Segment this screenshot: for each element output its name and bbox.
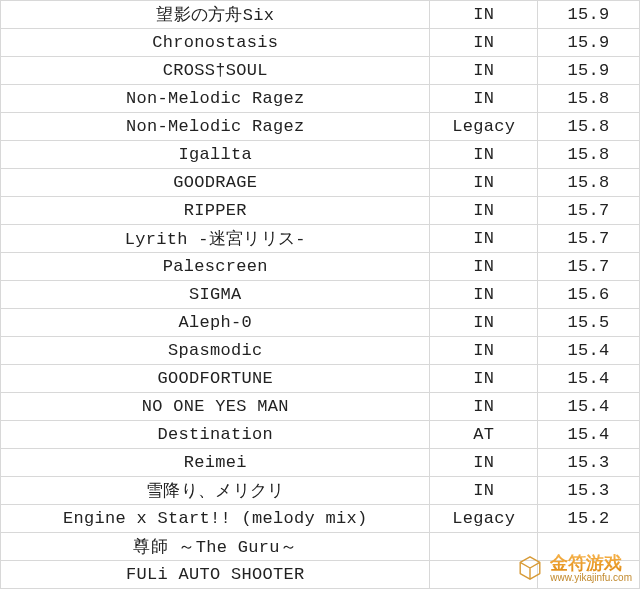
- song-cell: CROSS†SOUL: [1, 57, 430, 85]
- rating-cell: 15.5: [538, 309, 640, 337]
- rating-cell: 15.9: [538, 1, 640, 29]
- rating-cell: 15.8: [538, 169, 640, 197]
- rating-cell: [538, 533, 640, 561]
- table-row: Non-Melodic RagezLegacy15.8: [1, 113, 640, 141]
- rating-cell: 15.4: [538, 421, 640, 449]
- song-cell: Spasmodic: [1, 337, 430, 365]
- table-row: 望影の方舟SixIN15.9: [1, 1, 640, 29]
- table-row: Aleph-0IN15.5: [1, 309, 640, 337]
- song-cell: SIGMA: [1, 281, 430, 309]
- difficulty-cell: IN: [430, 477, 538, 505]
- song-cell: GOODFORTUNE: [1, 365, 430, 393]
- table-row: DestinationAT15.4: [1, 421, 640, 449]
- rating-cell: 15.3: [538, 477, 640, 505]
- rating-cell: 15.6: [538, 281, 640, 309]
- table-row: SIGMAIN15.6: [1, 281, 640, 309]
- difficulty-cell: IN: [430, 169, 538, 197]
- song-cell: 望影の方舟Six: [1, 1, 430, 29]
- table-row: Engine x Start!! (melody mix)Legacy15.2: [1, 505, 640, 533]
- rating-cell: 15.7: [538, 253, 640, 281]
- rating-cell: 15.8: [538, 85, 640, 113]
- difficulty-cell: IN: [430, 365, 538, 393]
- song-cell: Non-Melodic Ragez: [1, 85, 430, 113]
- rating-cell: 15.4: [538, 393, 640, 421]
- table-row: Non-Melodic RagezIN15.8: [1, 85, 640, 113]
- song-cell: Non-Melodic Ragez: [1, 113, 430, 141]
- difficulty-cell: IN: [430, 337, 538, 365]
- rating-cell: 15.4: [538, 365, 640, 393]
- difficulty-cell: IN: [430, 225, 538, 253]
- song-cell: Destination: [1, 421, 430, 449]
- song-cell: Palescreen: [1, 253, 430, 281]
- table-row: GOODFORTUNEIN15.4: [1, 365, 640, 393]
- table-row: 雪降り、メリクリIN15.3: [1, 477, 640, 505]
- table-row: IgalltaIN15.8: [1, 141, 640, 169]
- table-row: NO ONE YES MANIN15.4: [1, 393, 640, 421]
- rating-cell: 15.4: [538, 337, 640, 365]
- rating-cell: 15.9: [538, 57, 640, 85]
- song-cell: Engine x Start!! (melody mix): [1, 505, 430, 533]
- difficulty-cell: IN: [430, 57, 538, 85]
- difficulty-cell: Legacy: [430, 113, 538, 141]
- difficulty-cell: Legacy: [430, 505, 538, 533]
- rating-cell: [538, 561, 640, 589]
- song-cell: FULi AUTO SHOOTER: [1, 561, 430, 589]
- table-row: CROSS†SOULIN15.9: [1, 57, 640, 85]
- song-cell: Lyrith -迷宮リリス-: [1, 225, 430, 253]
- rating-cell: 15.2: [538, 505, 640, 533]
- song-cell: Chronostasis: [1, 29, 430, 57]
- difficulty-cell: IN: [430, 29, 538, 57]
- table-row: GOODRAGEIN15.8: [1, 169, 640, 197]
- table-row: PalescreenIN15.7: [1, 253, 640, 281]
- song-cell: 尊師 ～The Guru～: [1, 533, 430, 561]
- difficulty-cell: [430, 561, 538, 589]
- rating-table: 望影の方舟SixIN15.9ChronostasisIN15.9CROSS†SO…: [0, 0, 640, 589]
- table-row: 尊師 ～The Guru～: [1, 533, 640, 561]
- song-cell: NO ONE YES MAN: [1, 393, 430, 421]
- table-row: ReimeiIN15.3: [1, 449, 640, 477]
- difficulty-cell: IN: [430, 449, 538, 477]
- table-row: Lyrith -迷宮リリス-IN15.7: [1, 225, 640, 253]
- rating-cell: 15.9: [538, 29, 640, 57]
- difficulty-cell: IN: [430, 309, 538, 337]
- difficulty-cell: IN: [430, 85, 538, 113]
- rating-cell: 15.8: [538, 113, 640, 141]
- difficulty-cell: IN: [430, 393, 538, 421]
- rating-table-body: 望影の方舟SixIN15.9ChronostasisIN15.9CROSS†SO…: [1, 1, 640, 589]
- difficulty-cell: IN: [430, 281, 538, 309]
- table-row: FULi AUTO SHOOTER: [1, 561, 640, 589]
- rating-cell: 15.7: [538, 197, 640, 225]
- rating-cell: 15.3: [538, 449, 640, 477]
- song-cell: RIPPER: [1, 197, 430, 225]
- song-cell: Aleph-0: [1, 309, 430, 337]
- difficulty-cell: IN: [430, 1, 538, 29]
- difficulty-cell: IN: [430, 141, 538, 169]
- difficulty-cell: [430, 533, 538, 561]
- table-row: RIPPERIN15.7: [1, 197, 640, 225]
- song-cell: 雪降り、メリクリ: [1, 477, 430, 505]
- song-cell: GOODRAGE: [1, 169, 430, 197]
- difficulty-cell: IN: [430, 197, 538, 225]
- table-row: SpasmodicIN15.4: [1, 337, 640, 365]
- song-cell: Reimei: [1, 449, 430, 477]
- song-cell: Igallta: [1, 141, 430, 169]
- difficulty-cell: AT: [430, 421, 538, 449]
- rating-cell: 15.7: [538, 225, 640, 253]
- rating-cell: 15.8: [538, 141, 640, 169]
- table-row: ChronostasisIN15.9: [1, 29, 640, 57]
- difficulty-cell: IN: [430, 253, 538, 281]
